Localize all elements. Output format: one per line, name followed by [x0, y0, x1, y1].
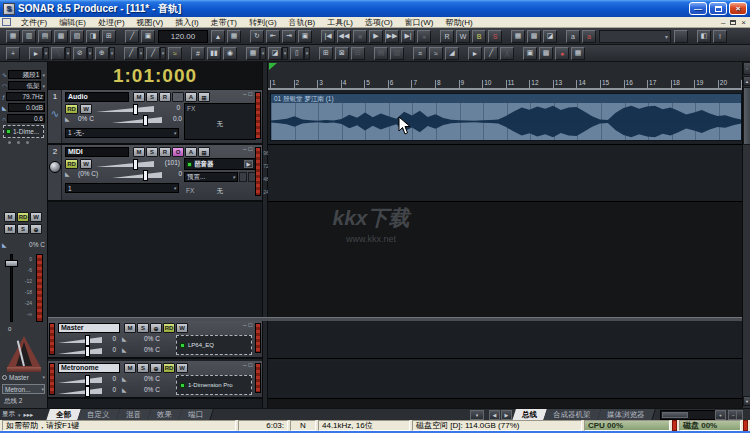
audition-a-button[interactable]: a [566, 30, 580, 43]
audio-clip-row[interactable]: 01 殷银堂 梦江南 (1) [268, 90, 742, 145]
rtz-button[interactable]: |◀ [321, 30, 335, 43]
erase-tool-button[interactable]: ╳ [500, 47, 514, 60]
menu-item-0[interactable]: 文件(F) [15, 17, 53, 28]
zoom-tool-dropdown[interactable]: ▾ [109, 47, 115, 60]
combo-go-button[interactable] [674, 30, 688, 43]
loop-end-button[interactable]: ⇥ [282, 30, 296, 43]
strip-⊕-button[interactable]: ⊕ [150, 363, 162, 373]
eq-type-selector[interactable]: ◠ 低架▾ [2, 81, 45, 90]
bus-fx-bin[interactable]: LP64_EQ [176, 335, 252, 355]
play-button[interactable]: ▶ [369, 30, 383, 43]
strip-m-button[interactable]: M [133, 147, 145, 157]
eq-frequency-field[interactable]: ƒ 79.7Hz [2, 92, 45, 101]
snap-to-grid-dropdown[interactable]: ▾ [260, 47, 266, 60]
strip-a-button[interactable]: A [185, 92, 197, 102]
zoom-tool-button[interactable]: ⊕ [95, 47, 109, 60]
show-selector[interactable]: 显示▾ ▸▸▸ [2, 410, 33, 419]
menu-item-7[interactable]: 音轨(B) [283, 17, 322, 28]
position-combo[interactable]: ▾ [599, 30, 671, 43]
mute-tool-button[interactable]: ⊘ [73, 47, 87, 60]
layer-button[interactable]: ◧ [697, 30, 711, 43]
strip-rd-button[interactable]: RD [163, 363, 175, 373]
tab-scroll-left[interactable]: ◀ [489, 410, 500, 420]
audiosnap-button[interactable]: ≈ [168, 47, 182, 60]
synth-chip[interactable]: 1-Dime... [3, 125, 44, 138]
track-mini-buttons[interactable]: –□ [243, 146, 252, 152]
bus-volume-slider[interactable] [58, 336, 102, 343]
menu-item-8[interactable]: 工具(L) [321, 17, 359, 28]
strip-m-button[interactable]: M [124, 363, 136, 373]
keyboard-button[interactable]: ▦ [571, 47, 585, 60]
strip-s-button[interactable]: S [137, 363, 149, 373]
audio-engine-button[interactable]: ◪ [543, 30, 557, 43]
bus-mini-buttons[interactable]: –□ [243, 362, 252, 368]
zoom-in-button[interactable]: + [715, 410, 726, 420]
master-bus-strip[interactable]: Master MS⊕RDW –□ 0 ◣0% C 0 ◣0% C LP64_EQ [48, 321, 262, 359]
strip-m-button[interactable]: M [133, 92, 145, 102]
strip-selector[interactable]: Metron...▾ [2, 384, 45, 394]
pan-value[interactable]: 0% C [78, 115, 94, 122]
menu-item-5[interactable]: 走带(T) [205, 17, 243, 28]
inspector-m-button[interactable]: M [4, 212, 16, 222]
strip-s-button[interactable]: S [146, 147, 158, 157]
pause-button[interactable]: ▮▮ [207, 47, 221, 60]
midi-clip-row[interactable] [268, 145, 742, 202]
read-automation-button[interactable]: RD [65, 104, 78, 114]
close-button[interactable]: × [729, 2, 747, 15]
strip-s-button[interactable]: S [146, 92, 158, 102]
strip-o-button[interactable]: O [172, 147, 184, 157]
pattern-tool-button[interactable]: ╱ [146, 47, 160, 60]
volume-slider[interactable] [96, 105, 154, 112]
fx-bin[interactable]: FX 无 [184, 103, 256, 140]
add-track-button[interactable]: + [6, 47, 20, 60]
menu-item-11[interactable]: 帮助(H) [439, 17, 478, 28]
ripple-edit-button[interactable]: ▯ [290, 47, 304, 60]
inspector-s-button[interactable]: S [17, 224, 29, 234]
inspector-m-button[interactable]: M [4, 224, 16, 234]
scroll-up-arrow[interactable]: ▲ [743, 76, 750, 86]
fast-forward-button[interactable]: ▶▶ [385, 30, 399, 43]
menu-item-2[interactable]: 处理(P) [92, 17, 131, 28]
metronome-button[interactable]: ▲ [211, 30, 225, 43]
track-mini-buttons[interactable]: –□ [243, 91, 252, 97]
write-automation-button[interactable]: W [80, 104, 92, 114]
track-name-field[interactable]: Audio [65, 92, 129, 102]
strip-⊞-button[interactable]: ⊞ [198, 147, 210, 157]
mdi-restore-button[interactable] [730, 20, 736, 25]
menu-item-4[interactable]: 插入(I) [169, 17, 205, 28]
tab-scroll-right[interactable]: ▶ [501, 410, 512, 420]
strip-r-button[interactable]: R [159, 147, 171, 157]
menu-item-1[interactable]: 编辑(E) [53, 17, 92, 28]
rewind-button[interactable]: ◀◀ [337, 30, 351, 43]
pan-value[interactable]: (0% C) [78, 170, 98, 177]
mute-tool-dropdown[interactable]: ▾ [87, 47, 93, 60]
strip-w-button[interactable]: W [176, 323, 188, 333]
strip-r-button[interactable]: R [159, 92, 171, 102]
inspector-pan[interactable]: ◣ 0% C [2, 240, 45, 249]
automation-read-button[interactable]: R [440, 30, 454, 43]
audition-b-button[interactable]: a [582, 30, 596, 43]
vertical-scrollbar[interactable]: ▫ ▲ ▼ [742, 62, 750, 408]
bus-mini-buttons[interactable]: –□ [243, 322, 252, 328]
metronome-bus-clip-row[interactable] [268, 361, 742, 399]
media-browser-button[interactable]: ◨ [86, 30, 100, 43]
pattern-tool-dropdown[interactable]: ▾ [160, 47, 166, 60]
loop-start-button[interactable]: ⇤ [266, 30, 280, 43]
scroll-down-arrow[interactable]: ▼ [743, 396, 750, 406]
now-marker-flag[interactable] [269, 63, 277, 70]
record-button[interactable]: ● [417, 30, 431, 43]
read-automation-button[interactable]: RD [65, 159, 78, 169]
tempo-marker-button[interactable]: ▣ [141, 30, 155, 43]
bus-volume-slider[interactable] [58, 376, 102, 383]
bus-fx-bin[interactable]: 1-Dimension Pro [176, 375, 252, 395]
colors-button[interactable]: ▩ [539, 47, 553, 60]
strip-m-button[interactable]: M [124, 323, 136, 333]
mdi-document-icon[interactable] [2, 18, 11, 26]
strip-w-button[interactable]: W [176, 363, 188, 373]
now-time-display[interactable]: 1:01:000 [48, 62, 262, 90]
strip-rd-button[interactable]: RD [163, 323, 175, 333]
nav-pane-button[interactable]: ◢ [445, 47, 459, 60]
menu-item-3[interactable]: 视图(V) [131, 17, 170, 28]
zoom-fader[interactable] [736, 410, 743, 420]
minimize-button[interactable]: — [689, 2, 707, 15]
